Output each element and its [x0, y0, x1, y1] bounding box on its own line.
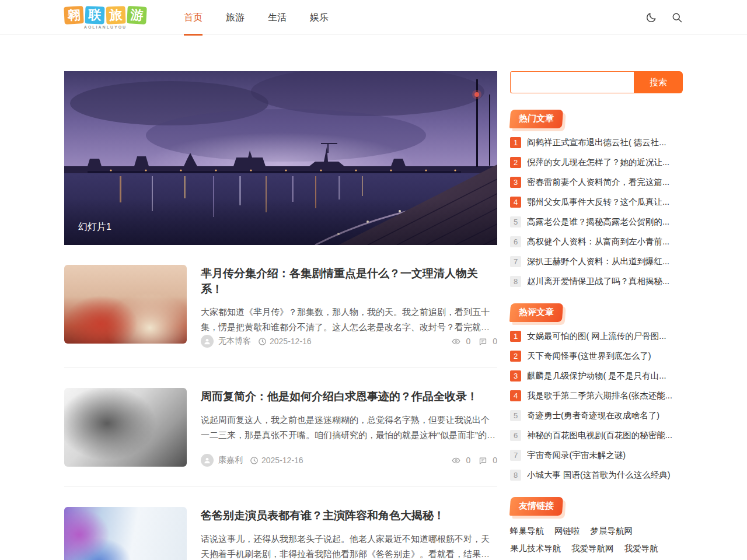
logo-block: 翱 [64, 6, 84, 24]
hot-comment-item[interactable]: 3 麒麟是几级保护动物( 是不是只有山... [510, 370, 683, 382]
views-icon [452, 337, 460, 346]
article-thumbnail[interactable] [64, 265, 187, 344]
hot-comments-list: 1 女娲最可怕的图( 网上流传的尸骨图... 2 天下奇闻怪事(这世界到底怎么了… [510, 331, 683, 481]
rank-badge: 7 [510, 256, 521, 267]
comments-count: 0 [493, 456, 497, 465]
article-date: 2025-12-16 [270, 337, 312, 346]
hot-article-item[interactable]: 8 赵川离开爱情保卫战了吗？真相揭秘... [510, 276, 683, 287]
hot-article-item[interactable]: 6 高权健个人资料：从富商到左小青前... [510, 236, 683, 247]
friend-links-title: 友情链接 [509, 497, 563, 516]
site-header: 翱 联 旅 游 AOLIANLUYOU 首页 旅游 生活 娱乐 [0, 0, 747, 35]
rank-badge: 4 [510, 197, 521, 208]
rank-badge: 1 [510, 331, 521, 342]
logo-blocks: 翱 联 旅 游 [64, 6, 146, 24]
article-list: 芈月传分集介绍：各集剧情重点是什么？一文理清人物关系！ 大家都知道《芈月传》？那… [64, 245, 497, 560]
comments-icon [479, 337, 487, 346]
hero-slide-caption[interactable]: 幻灯片1 [78, 221, 111, 233]
comments-count: 0 [493, 337, 497, 346]
comments-icon [479, 456, 487, 465]
rank-badge: 2 [510, 351, 521, 362]
hot-article-item[interactable]: 1 阎鹤祥正式宣布退出德云社( 德云社... [510, 137, 683, 148]
friend-link[interactable]: 果儿技术导航 [510, 542, 561, 554]
search-button[interactable]: 搜索 [634, 71, 683, 93]
clock-icon [250, 456, 259, 465]
logo-block: 游 [127, 6, 147, 24]
article-title[interactable]: 爸爸别走演员表都有谁？主演阵容和角色大揭秘！ [201, 508, 497, 524]
author-avatar [201, 335, 214, 348]
article-excerpt: 说起周而复这人，我之前也是迷迷糊糊的，总觉得名字熟，但要让我说出个一二三来，那是… [201, 412, 497, 443]
article-item: 周而复简介：他是如何介绍白求恩事迹的？作品全收录！ 说起周而复这人，我之前也是迷… [64, 368, 497, 487]
hot-articles-title: 热门文章 [509, 110, 563, 128]
hot-comment-item[interactable]: 5 奇迹勇士(勇者奇迹现在改成啥名了) [510, 410, 683, 421]
author-avatar [201, 454, 214, 467]
article-excerpt: 大家都知道《芈月传》？那集数，那人物，我的天。我之前追剧，看到五十集，愣是把黄歇… [201, 304, 497, 335]
rank-badge: 2 [510, 157, 521, 168]
article-meta: 无本博客 2025-12-16 [201, 335, 497, 348]
views-icon [452, 456, 460, 465]
rank-badge: 5 [510, 410, 521, 421]
sidebar-search: 搜索 [510, 71, 683, 93]
search-input[interactable] [510, 71, 634, 93]
hot-comment-item[interactable]: 8 小城大事 国语(这首歌为什么这么经典) [510, 470, 683, 481]
main-column: 幻灯片1 芈月传分集介绍：各集剧情重点是什么？一文理清人物关系！ 大家都知道《芈… [64, 71, 497, 560]
rank-badge: 7 [510, 450, 521, 461]
hot-comment-item[interactable]: 7 宇宙奇闻录(宇宙未解之谜) [510, 450, 683, 461]
friend-link[interactable]: 蜂巢导航 [510, 525, 544, 537]
friend-links-list: 蜂巢导航 网链啦 梦晨导航网 果儿技术导航 我爱导航网 我爱导航 [510, 525, 683, 554]
hot-comment-item[interactable]: 6 神秘的百花图电视剧(百花图的秘密能... [510, 430, 683, 441]
hot-article-item[interactable]: 3 密春雷前妻个人资料简介，看完这篇... [510, 177, 683, 188]
views-count: 0 [466, 337, 470, 346]
nav-item-home[interactable]: 首页 [172, 0, 214, 35]
rank-badge: 8 [510, 276, 521, 287]
article-title[interactable]: 周而复简介：他是如何介绍白求恩事迹的？作品全收录！ [201, 389, 497, 405]
hot-comments-section: 热评文章 1 女娲最可怕的图( 网上流传的尸骨图... 2 天下奇闻怪事(这世界… [510, 303, 683, 481]
rank-badge: 8 [510, 470, 521, 481]
hot-article-item[interactable]: 4 鄂州父女瓜事件大反转？这个瓜真让... [510, 197, 683, 208]
logo-subtitle: AOLIANLUYOU [84, 25, 127, 29]
clock-icon [258, 337, 267, 346]
hot-comments-title: 热评文章 [509, 303, 563, 322]
hot-articles-section: 热门文章 1 阎鹤祥正式宣布退出德云社( 德云社... 2 倪萍的女儿现在怎样了… [510, 110, 683, 287]
hero-caption-overlay [64, 198, 497, 245]
hot-article-item[interactable]: 7 深扒王赫野个人资料：从出道到爆红... [510, 256, 683, 267]
hot-comment-item[interactable]: 4 我是歌手第二季第六期排名(张杰还能... [510, 390, 683, 401]
rank-badge: 1 [510, 137, 521, 148]
rank-badge: 5 [510, 216, 521, 228]
friend-link[interactable]: 我爱导航 [624, 542, 658, 554]
friend-link[interactable]: 我爱导航网 [571, 542, 614, 554]
article-item: 芈月传分集介绍：各集剧情重点是什么？一文理清人物关系！ 大家都知道《芈月传》？那… [64, 245, 497, 368]
author-name[interactable]: 康嘉利 [218, 455, 243, 466]
article-item: 爸爸别走演员表都有谁？主演阵容和角色大揭秘！ 话说这事儿，还得从我那老头子说起。… [64, 487, 497, 560]
sidebar: 搜索 热门文章 1 阎鹤祥正式宣布退出德云社( 德云社... 2 倪萍的女儿现在… [510, 71, 683, 560]
article-thumbnail[interactable] [64, 388, 187, 467]
nav-item-life[interactable]: 生活 [256, 0, 298, 35]
rank-badge: 4 [510, 390, 521, 401]
friend-links-section: 友情链接 蜂巢导航 网链啦 梦晨导航网 果儿技术导航 我爱导航网 我爱导航 [510, 497, 683, 554]
article-meta: 康嘉利 2025-12-16 [201, 454, 497, 467]
article-title[interactable]: 芈月传分集介绍：各集剧情重点是什么？一文理清人物关系！ [201, 266, 497, 297]
rank-badge: 3 [510, 370, 521, 382]
hot-article-item[interactable]: 2 倪萍的女儿现在怎样了？她的近况让... [510, 157, 683, 168]
logo-block: 旅 [106, 6, 125, 24]
nav-item-travel[interactable]: 旅游 [214, 0, 256, 35]
article-date: 2025-12-16 [261, 456, 303, 465]
search-icon[interactable] [671, 12, 683, 23]
author-name[interactable]: 无本博客 [218, 336, 251, 346]
friend-link[interactable]: 梦晨导航网 [591, 525, 633, 537]
nav-item-entertainment[interactable]: 娱乐 [298, 0, 340, 35]
hot-articles-list: 1 阎鹤祥正式宣布退出德云社( 德云社... 2 倪萍的女儿现在怎样了？她的近况… [510, 137, 683, 287]
site-logo[interactable]: 翱 联 旅 游 AOLIANLUYOU [64, 6, 146, 29]
hot-comment-item[interactable]: 2 天下奇闻怪事(这世界到底怎么了) [510, 351, 683, 362]
main-nav: 首页 旅游 生活 娱乐 [172, 0, 340, 35]
friend-link[interactable]: 网链啦 [554, 525, 580, 537]
hot-article-item[interactable]: 5 高露老公是谁？揭秘高露老公贺刚的... [510, 216, 683, 228]
logo-block: 联 [85, 6, 104, 24]
article-thumbnail[interactable] [64, 507, 187, 560]
rank-badge: 3 [510, 177, 521, 188]
rank-badge: 6 [510, 430, 521, 441]
dark-mode-moon-icon[interactable] [645, 12, 657, 23]
hero-slider[interactable]: 幻灯片1 [64, 71, 497, 245]
rank-badge: 6 [510, 236, 521, 247]
views-count: 0 [466, 456, 470, 465]
hot-comment-item[interactable]: 1 女娲最可怕的图( 网上流传的尸骨图... [510, 331, 683, 342]
